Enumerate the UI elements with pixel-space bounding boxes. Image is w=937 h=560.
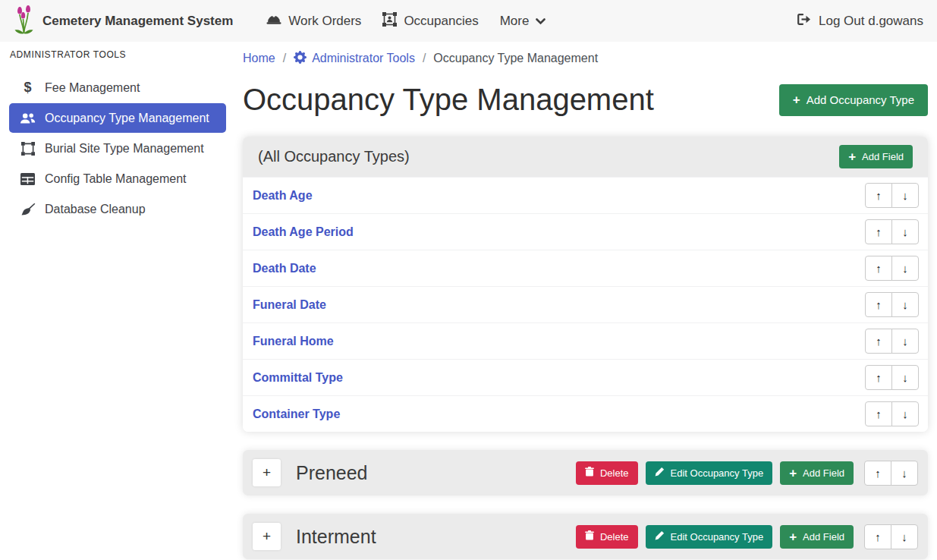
occupancy-frame-icon	[382, 12, 397, 30]
add-occupancy-type-button[interactable]: + Add Occupancy Type	[779, 84, 928, 116]
field-row-death-age-period: Death Age Period ↑ ↓	[243, 213, 928, 250]
move-down-button[interactable]: ↓	[891, 401, 919, 426]
section-actions: Delete Edit Occupancy Type + Add Field ↑…	[576, 461, 918, 486]
move-up-button[interactable]: ↑	[865, 256, 892, 281]
title-row: Occupancy Type Management + Add Occupanc…	[243, 79, 928, 121]
breadcrumb-admin-tools-link[interactable]: Administrator Tools	[294, 51, 415, 67]
section-actions: Delete Edit Occupancy Type + Add Field ↑…	[576, 524, 918, 549]
breadcrumb-separator: /	[283, 52, 286, 65]
sidebar-item-label: Database Cleanup	[45, 203, 146, 216]
sidebar-item-database-cleanup[interactable]: Database Cleanup	[9, 194, 226, 224]
field-link[interactable]: Funeral Date	[253, 298, 326, 312]
move-up-button[interactable]: ↑	[865, 329, 892, 354]
add-field-label: Add Field	[803, 467, 844, 479]
move-down-button[interactable]: ↓	[891, 524, 918, 549]
logout-label: Log Out d.gowans	[819, 14, 923, 29]
sign-out-icon	[796, 13, 811, 30]
sidebar-item-label: Fee Management	[45, 81, 140, 95]
breadcrumb-admin-tools-label: Administrator Tools	[312, 52, 415, 65]
logout-button[interactable]: Log Out d.gowans	[796, 13, 923, 30]
sidebar-item-occupancy-type-management[interactable]: Occupancy Type Management	[9, 103, 226, 133]
move-down-button[interactable]: ↓	[891, 329, 919, 354]
field-row-container-type: Container Type ↑ ↓	[243, 395, 928, 432]
add-field-button[interactable]: + Add Field	[780, 525, 854, 549]
reorder-controls: ↑ ↓	[865, 183, 919, 208]
move-down-button[interactable]: ↓	[891, 219, 919, 244]
trash-icon	[585, 530, 594, 543]
nav-item-label: Occupancies	[404, 14, 478, 29]
delete-button[interactable]: Delete	[576, 461, 638, 485]
field-row-death-date: Death Date ↑ ↓	[243, 250, 928, 286]
sidebar-item-config-table-management[interactable]: Config Table Management	[9, 164, 226, 193]
move-down-button[interactable]: ↓	[891, 365, 919, 390]
plus-icon: +	[793, 93, 800, 106]
move-up-button[interactable]: ↑	[864, 461, 891, 486]
reorder-controls: ↑ ↓	[864, 461, 918, 486]
vector-square-icon	[19, 142, 36, 156]
sidebar-item-label: Burial Site Type Management	[45, 142, 204, 156]
broom-icon	[19, 203, 36, 216]
plus-icon: +	[848, 150, 856, 163]
gear-icon	[294, 51, 307, 67]
page-title: Occupancy Type Management	[243, 79, 654, 121]
sidebar: ADMINISTRATOR TOOLS $ Fee Management Occ…	[0, 42, 235, 560]
nav-item-more[interactable]: More	[489, 14, 557, 29]
reorder-controls: ↑ ↓	[865, 219, 919, 244]
sidebar-item-label: Occupancy Type Management	[45, 112, 209, 125]
field-link[interactable]: Committal Type	[253, 371, 343, 385]
field-link[interactable]: Container Type	[253, 407, 340, 421]
move-up-button[interactable]: ↑	[864, 524, 891, 549]
breadcrumb: Home / Administrator Tools / Occupancy T…	[243, 42, 928, 68]
sidebar-item-label: Config Table Management	[45, 172, 187, 186]
nav-item-occupancies[interactable]: Occupancies	[372, 12, 489, 30]
reorder-controls: ↑ ↓	[865, 365, 919, 390]
nav-item-work-orders[interactable]: Work Orders	[256, 13, 372, 30]
main-content: Home / Administrator Tools / Occupancy T…	[243, 42, 928, 559]
move-up-button[interactable]: ↑	[865, 365, 892, 390]
sidebar-item-burial-site-type-management[interactable]: Burial Site Type Management	[9, 134, 226, 163]
move-down-button[interactable]: ↓	[891, 183, 919, 208]
pencil-icon	[655, 467, 665, 479]
add-field-button[interactable]: + Add Field	[780, 461, 854, 485]
breadcrumb-separator: /	[423, 52, 426, 65]
delete-button[interactable]: Delete	[576, 525, 638, 549]
section-preneed: + Preneed Delete Edit	[243, 450, 928, 496]
all-occupancy-types-header: (All Occupancy Types) + Add Field	[243, 137, 928, 177]
delete-label: Delete	[600, 467, 629, 479]
move-up-button[interactable]: ↑	[865, 401, 892, 426]
field-link[interactable]: Funeral Home	[253, 335, 334, 348]
edit-occupancy-type-button[interactable]: Edit Occupancy Type	[646, 461, 773, 485]
breadcrumb-current: Occupancy Type Management	[433, 52, 598, 65]
move-down-button[interactable]: ↓	[891, 292, 919, 317]
nav-item-label: Work Orders	[288, 14, 361, 29]
reorder-controls: ↑ ↓	[865, 329, 919, 354]
reorder-controls: ↑ ↓	[865, 401, 919, 426]
app-brand[interactable]: Cemetery Management System	[14, 5, 233, 38]
sidebar-item-fee-management[interactable]: $ Fee Management	[9, 73, 226, 102]
breadcrumb-home-link[interactable]: Home	[243, 52, 275, 65]
delete-label: Delete	[600, 531, 629, 543]
hard-hat-icon	[266, 13, 281, 30]
nav-links: Work Orders Occupancies Mor	[256, 12, 556, 30]
move-up-button[interactable]: ↑	[865, 219, 892, 244]
field-link[interactable]: Death Date	[253, 262, 316, 275]
move-up-button[interactable]: ↑	[865, 183, 892, 208]
move-down-button[interactable]: ↓	[891, 256, 919, 281]
top-navbar: Cemetery Management System Work Orders	[0, 0, 937, 42]
reorder-controls: ↑ ↓	[865, 256, 919, 281]
move-up-button[interactable]: ↑	[865, 292, 892, 317]
expand-section-button[interactable]: +	[253, 523, 281, 550]
add-field-button-all-types[interactable]: + Add Field	[839, 145, 913, 168]
app-title: Cemetery Management System	[42, 14, 233, 29]
reorder-controls: ↑ ↓	[865, 292, 919, 317]
field-link[interactable]: Death Age	[253, 189, 313, 203]
field-link[interactable]: Death Age Period	[253, 225, 354, 239]
expand-section-button[interactable]: +	[253, 459, 281, 486]
reorder-controls: ↑ ↓	[864, 524, 918, 549]
move-down-button[interactable]: ↓	[891, 461, 918, 486]
edit-label: Edit Occupancy Type	[671, 467, 764, 479]
section-title: Preneed	[296, 462, 368, 484]
tulips-logo-icon	[14, 5, 34, 38]
edit-occupancy-type-button[interactable]: Edit Occupancy Type	[646, 525, 773, 549]
pencil-icon	[655, 530, 665, 543]
